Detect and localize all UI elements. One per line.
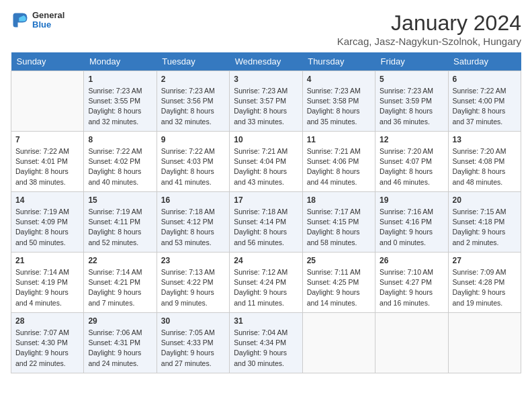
- logo-text: General Blue: [32, 11, 64, 30]
- day-info: Sunrise: 7:23 AMSunset: 3:58 PMDaylight:…: [307, 86, 371, 127]
- day-number: 11: [307, 135, 371, 144]
- day-info: Sunrise: 7:13 AMSunset: 4:22 PMDaylight:…: [161, 267, 225, 308]
- day-number: 25: [307, 256, 371, 265]
- weekday-header-saturday: Saturday: [448, 52, 521, 71]
- calendar-cell: 4Sunrise: 7:23 AMSunset: 3:58 PMDaylight…: [302, 71, 375, 132]
- calendar-cell: 25Sunrise: 7:11 AMSunset: 4:25 PMDayligh…: [302, 253, 375, 313]
- day-number: 2: [161, 75, 225, 84]
- calendar-cell: 10Sunrise: 7:21 AMSunset: 4:04 PMDayligh…: [230, 132, 302, 192]
- weekday-header-tuesday: Tuesday: [157, 52, 229, 71]
- calendar-cell: 6Sunrise: 7:22 AMSunset: 4:00 PMDaylight…: [448, 71, 521, 132]
- day-number: 5: [380, 75, 443, 84]
- calendar-cell: 29Sunrise: 7:06 AMSunset: 4:31 PMDayligh…: [84, 313, 157, 373]
- day-number: 29: [88, 316, 152, 326]
- day-number: 9: [161, 135, 225, 144]
- weekday-header-row: SundayMondayTuesdayWednesdayThursdayFrid…: [11, 52, 521, 71]
- day-info: Sunrise: 7:17 AMSunset: 4:15 PMDaylight:…: [307, 207, 371, 248]
- calendar-week-3: 14Sunrise: 7:19 AMSunset: 4:09 PMDayligh…: [11, 192, 521, 253]
- day-number: 23: [161, 256, 225, 265]
- page-title: January 2024: [337, 11, 521, 36]
- day-number: 14: [15, 195, 79, 205]
- day-number: 27: [453, 256, 517, 265]
- day-info: Sunrise: 7:18 AMSunset: 4:12 PMDaylight:…: [161, 207, 225, 248]
- calendar-week-1: 1Sunrise: 7:23 AMSunset: 3:55 PMDaylight…: [11, 71, 521, 132]
- day-info: Sunrise: 7:10 AMSunset: 4:27 PMDaylight:…: [380, 267, 443, 308]
- day-info: Sunrise: 7:18 AMSunset: 4:14 PMDaylight:…: [234, 207, 298, 248]
- day-number: 6: [453, 75, 517, 84]
- day-info: Sunrise: 7:19 AMSunset: 4:11 PMDaylight:…: [88, 207, 152, 248]
- day-info: Sunrise: 7:09 AMSunset: 4:28 PMDaylight:…: [453, 267, 517, 308]
- day-info: Sunrise: 7:19 AMSunset: 4:09 PMDaylight:…: [15, 207, 79, 248]
- page-header: General Blue January 2024 Karcag, Jasz-N…: [11, 11, 521, 47]
- day-info: Sunrise: 7:06 AMSunset: 4:31 PMDaylight:…: [88, 328, 152, 369]
- day-info: Sunrise: 7:04 AMSunset: 4:34 PMDaylight:…: [234, 328, 298, 369]
- calendar-cell: 12Sunrise: 7:20 AMSunset: 4:07 PMDayligh…: [375, 132, 448, 192]
- calendar-cell: 23Sunrise: 7:13 AMSunset: 4:22 PMDayligh…: [157, 253, 229, 313]
- day-info: Sunrise: 7:07 AMSunset: 4:30 PMDaylight:…: [15, 328, 79, 369]
- logo-general: General: [32, 11, 64, 20]
- day-number: 19: [380, 195, 443, 205]
- day-info: Sunrise: 7:12 AMSunset: 4:24 PMDaylight:…: [234, 267, 298, 308]
- weekday-header-sunday: Sunday: [11, 52, 84, 71]
- day-info: Sunrise: 7:22 AMSunset: 4:00 PMDaylight:…: [453, 86, 517, 127]
- calendar-week-5: 28Sunrise: 7:07 AMSunset: 4:30 PMDayligh…: [11, 313, 521, 373]
- day-number: 4: [307, 75, 371, 84]
- logo-blue: Blue: [32, 20, 64, 30]
- day-info: Sunrise: 7:20 AMSunset: 4:08 PMDaylight:…: [453, 146, 517, 187]
- day-info: Sunrise: 7:14 AMSunset: 4:21 PMDaylight:…: [88, 267, 152, 308]
- day-info: Sunrise: 7:23 AMSunset: 3:55 PMDaylight:…: [88, 86, 152, 127]
- calendar-cell: [11, 71, 84, 132]
- calendar-cell: 11Sunrise: 7:21 AMSunset: 4:06 PMDayligh…: [302, 132, 375, 192]
- day-info: Sunrise: 7:23 AMSunset: 3:57 PMDaylight:…: [234, 86, 298, 127]
- day-number: 17: [234, 195, 298, 205]
- weekday-header-thursday: Thursday: [302, 52, 375, 71]
- page-subtitle: Karcag, Jasz-Nagykun-Szolnok, Hungary: [337, 36, 521, 47]
- weekday-header-monday: Monday: [84, 52, 157, 71]
- calendar-week-2: 7Sunrise: 7:22 AMSunset: 4:01 PMDaylight…: [11, 132, 521, 192]
- day-number: 10: [234, 135, 298, 144]
- day-number: 24: [234, 256, 298, 265]
- day-number: 13: [453, 135, 517, 144]
- day-number: 20: [453, 195, 517, 205]
- calendar-cell: 21Sunrise: 7:14 AMSunset: 4:19 PMDayligh…: [11, 253, 84, 313]
- day-number: 7: [15, 135, 79, 144]
- calendar-cell: 15Sunrise: 7:19 AMSunset: 4:11 PMDayligh…: [84, 192, 157, 253]
- calendar-cell: 3Sunrise: 7:23 AMSunset: 3:57 PMDaylight…: [230, 71, 302, 132]
- day-info: Sunrise: 7:21 AMSunset: 4:04 PMDaylight:…: [234, 146, 298, 187]
- day-number: 31: [234, 316, 298, 326]
- calendar-cell: 26Sunrise: 7:10 AMSunset: 4:27 PMDayligh…: [375, 253, 448, 313]
- calendar-table: SundayMondayTuesdayWednesdayThursdayFrid…: [11, 52, 521, 373]
- calendar-cell: 13Sunrise: 7:20 AMSunset: 4:08 PMDayligh…: [448, 132, 521, 192]
- calendar-cell: 7Sunrise: 7:22 AMSunset: 4:01 PMDaylight…: [11, 132, 84, 192]
- calendar-cell: 24Sunrise: 7:12 AMSunset: 4:24 PMDayligh…: [230, 253, 302, 313]
- calendar-cell: 5Sunrise: 7:23 AMSunset: 3:59 PMDaylight…: [375, 71, 448, 132]
- day-number: 8: [88, 135, 152, 144]
- calendar-cell: 2Sunrise: 7:23 AMSunset: 3:56 PMDaylight…: [157, 71, 229, 132]
- day-number: 22: [88, 256, 152, 265]
- logo-icon: [11, 11, 30, 30]
- calendar-cell: 28Sunrise: 7:07 AMSunset: 4:30 PMDayligh…: [11, 313, 84, 373]
- day-info: Sunrise: 7:15 AMSunset: 4:18 PMDaylight:…: [453, 207, 517, 248]
- weekday-header-friday: Friday: [375, 52, 448, 71]
- calendar-cell: 9Sunrise: 7:22 AMSunset: 4:03 PMDaylight…: [157, 132, 229, 192]
- day-number: 21: [15, 256, 79, 265]
- calendar-cell: 1Sunrise: 7:23 AMSunset: 3:55 PMDaylight…: [84, 71, 157, 132]
- day-number: 30: [161, 316, 225, 326]
- calendar-cell: [375, 313, 448, 373]
- weekday-header-wednesday: Wednesday: [230, 52, 302, 71]
- day-number: 12: [380, 135, 443, 144]
- logo: General Blue: [11, 11, 64, 30]
- day-number: 1: [88, 75, 152, 84]
- day-info: Sunrise: 7:22 AMSunset: 4:03 PMDaylight:…: [161, 146, 225, 187]
- calendar-cell: 19Sunrise: 7:16 AMSunset: 4:16 PMDayligh…: [375, 192, 448, 253]
- day-number: 26: [380, 256, 443, 265]
- day-number: 16: [161, 195, 225, 205]
- day-info: Sunrise: 7:20 AMSunset: 4:07 PMDaylight:…: [380, 146, 443, 187]
- day-info: Sunrise: 7:11 AMSunset: 4:25 PMDaylight:…: [307, 267, 371, 308]
- calendar-cell: 22Sunrise: 7:14 AMSunset: 4:21 PMDayligh…: [84, 253, 157, 313]
- calendar-cell: 14Sunrise: 7:19 AMSunset: 4:09 PMDayligh…: [11, 192, 84, 253]
- day-info: Sunrise: 7:05 AMSunset: 4:33 PMDaylight:…: [161, 328, 225, 369]
- day-info: Sunrise: 7:23 AMSunset: 3:56 PMDaylight:…: [161, 86, 225, 127]
- day-info: Sunrise: 7:22 AMSunset: 4:02 PMDaylight:…: [88, 146, 152, 187]
- calendar-cell: 17Sunrise: 7:18 AMSunset: 4:14 PMDayligh…: [230, 192, 302, 253]
